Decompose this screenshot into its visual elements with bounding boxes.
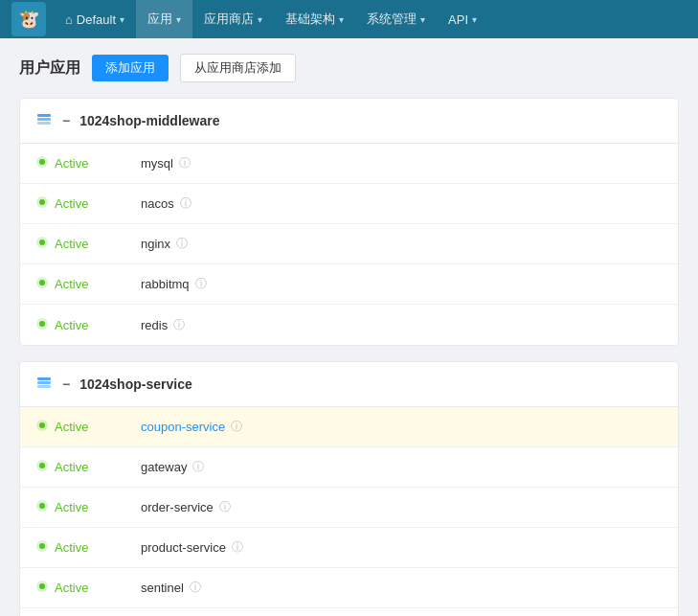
service-name-cell-redis: redis ⓘ <box>141 317 663 333</box>
service-name-cell-sentinel: sentinel ⓘ <box>141 580 663 596</box>
info-icon-order[interactable]: ⓘ <box>219 499 231 515</box>
service-name-mysql: mysql <box>141 156 173 171</box>
service-name-cell-mysql: mysql ⓘ <box>141 155 663 171</box>
info-icon-nacos[interactable]: ⓘ <box>180 195 191 212</box>
service-row-user-service: Active user-service ⓘ <box>20 608 678 616</box>
svg-point-17 <box>39 422 45 428</box>
service-name-cell-coupon: coupon-service ⓘ <box>141 419 663 435</box>
service-name-sentinel: sentinel <box>141 581 184 595</box>
nav-api-label: API <box>448 12 468 27</box>
add-from-store-button[interactable]: 从应用商店添加 <box>180 54 296 82</box>
app-group-service: − 1024shop-service Active coupon-service… <box>19 361 679 616</box>
group-header-middleware: − 1024shop-middleware <box>20 99 678 144</box>
service-row-gateway: Active gateway ⓘ <box>20 447 678 488</box>
logo-icon: 🐮 <box>18 9 39 30</box>
status-cell-coupon: Active <box>35 419 141 435</box>
service-row-nginx: Active nginx ⓘ <box>20 224 678 264</box>
status-text-order: Active <box>55 500 88 514</box>
service-row-sentinel: Active sentinel ⓘ <box>20 568 678 608</box>
chevron-down-icon: ▾ <box>472 14 477 25</box>
status-icon-product <box>35 539 49 556</box>
info-icon-rabbitmq[interactable]: ⓘ <box>195 276 207 292</box>
service-name-nginx: nginx <box>141 237 170 251</box>
status-text-redis: Active <box>55 318 88 332</box>
collapse-icon-service[interactable]: − <box>62 376 70 392</box>
svg-point-8 <box>39 240 45 245</box>
status-text-rabbitmq: Active <box>55 277 88 291</box>
svg-rect-13 <box>37 377 51 380</box>
info-icon-redis[interactable]: ⓘ <box>173 317 185 333</box>
status-cell-rabbitmq: Active <box>35 276 141 292</box>
status-cell-gateway: Active <box>35 459 141 475</box>
status-cell-order: Active <box>35 499 141 515</box>
collapse-icon[interactable]: − <box>62 113 70 128</box>
nav-sysadmin-label: 系统管理 <box>367 11 417 28</box>
service-row-rabbitmq: Active rabbitmq ⓘ <box>20 264 678 305</box>
nav-item-default[interactable]: ⌂ Default ▾ <box>54 0 136 38</box>
group-name-middleware: 1024shop-middleware <box>79 113 219 128</box>
info-icon-product[interactable]: ⓘ <box>232 539 243 556</box>
service-row-redis: Active redis ⓘ <box>20 305 678 345</box>
status-icon-coupon <box>35 419 49 435</box>
svg-point-25 <box>39 583 45 589</box>
service-name-cell-nacos: nacos ⓘ <box>141 195 663 212</box>
svg-rect-1 <box>37 118 51 121</box>
status-cell-nginx: Active <box>35 236 141 252</box>
nav-apps-label: 应用 <box>147 11 172 28</box>
info-icon-nginx[interactable]: ⓘ <box>176 236 188 252</box>
status-cell-redis: Active <box>35 317 141 333</box>
service-name-redis: redis <box>141 318 168 332</box>
service-name-cell-gateway: gateway ⓘ <box>141 459 663 475</box>
layers-icon <box>35 110 53 131</box>
info-icon-coupon[interactable]: ⓘ <box>231 419 242 435</box>
status-text-product: Active <box>55 540 88 555</box>
svg-point-19 <box>39 463 45 468</box>
nav-item-appstore[interactable]: 应用商店 ▾ <box>192 0 274 38</box>
service-link-coupon[interactable]: coupon-service <box>141 420 225 434</box>
group-header-service: − 1024shop-service <box>20 362 678 407</box>
status-text-nacos: Active <box>55 196 88 211</box>
nav-item-api[interactable]: API ▾ <box>437 0 488 38</box>
nav-infra-label: 基础架构 <box>285 11 335 28</box>
status-icon-nginx <box>35 236 49 252</box>
status-text-gateway: Active <box>55 460 88 474</box>
status-icon-mysql <box>35 155 49 171</box>
svg-point-12 <box>39 321 45 327</box>
status-icon-rabbitmq <box>35 276 49 292</box>
svg-point-21 <box>39 503 45 509</box>
status-icon-redis <box>35 317 49 333</box>
service-name-cell-nginx: nginx ⓘ <box>141 236 663 252</box>
status-text-nginx: Active <box>55 237 88 251</box>
chevron-down-icon: ▾ <box>120 14 124 25</box>
chevron-down-icon: ▾ <box>339 14 344 25</box>
info-icon-gateway[interactable]: ⓘ <box>192 459 204 475</box>
add-app-button[interactable]: 添加应用 <box>92 55 169 81</box>
chevron-down-icon: ▾ <box>258 14 262 25</box>
page-header: 用户应用 添加应用 从应用商店添加 <box>19 54 679 82</box>
status-cell-mysql: Active <box>35 155 141 171</box>
nav-item-infrastructure[interactable]: 基础架构 ▾ <box>274 0 355 38</box>
nav-item-apps[interactable]: 应用 ▾ <box>136 0 192 38</box>
status-text-coupon: Active <box>55 420 88 434</box>
status-text-sentinel: Active <box>55 581 88 595</box>
status-icon-order <box>35 499 49 515</box>
info-icon-sentinel[interactable]: ⓘ <box>190 580 201 596</box>
service-row-product-service: Active product-service ⓘ <box>20 528 678 568</box>
status-icon-gateway <box>35 459 49 475</box>
service-row-coupon-service: Active coupon-service ⓘ <box>20 407 678 447</box>
nav-appstore-label: 应用商店 <box>204 11 254 28</box>
status-cell-sentinel: Active <box>35 580 141 596</box>
status-cell-product: Active <box>35 539 141 556</box>
service-name-nacos: nacos <box>141 196 174 211</box>
svg-rect-2 <box>37 122 51 125</box>
status-icon-sentinel <box>35 580 49 596</box>
service-name-order: order-service <box>141 500 214 514</box>
service-row-order-service: Active order-service ⓘ <box>20 488 678 528</box>
svg-rect-0 <box>37 114 51 117</box>
service-name-product: product-service <box>141 540 226 555</box>
svg-point-4 <box>39 159 45 165</box>
info-icon-mysql[interactable]: ⓘ <box>179 155 191 171</box>
service-name-cell-rabbitmq: rabbitmq ⓘ <box>141 276 663 292</box>
nav-item-sysadmin[interactable]: 系统管理 ▾ <box>355 0 437 38</box>
home-icon: ⌂ <box>65 12 73 27</box>
